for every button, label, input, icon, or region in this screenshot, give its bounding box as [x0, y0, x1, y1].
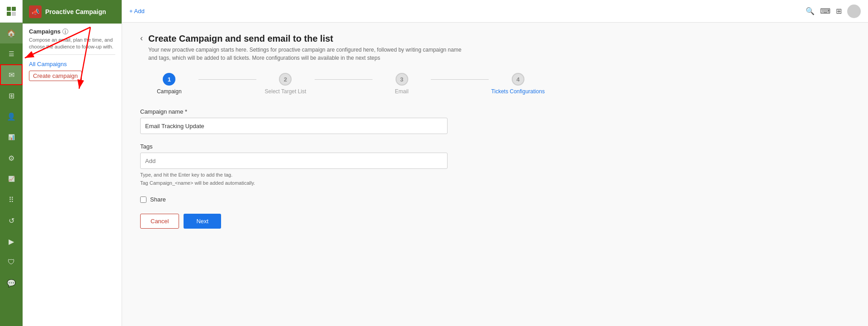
step-3-circle: 3: [396, 73, 408, 86]
steps-container: 1 Campaign 2 Select Target List 3 Email: [140, 73, 547, 95]
sidebar-item-contacts[interactable]: 👤: [0, 106, 23, 127]
sidebar-item-chat[interactable]: 💬: [0, 273, 23, 293]
sidebar-item-inbox[interactable]: ☰: [0, 43, 23, 64]
share-row: Share: [140, 196, 556, 203]
settings-icon: ⚙: [8, 154, 14, 163]
tags-hint: Type, and hit the Enter key to add the t…: [140, 171, 556, 187]
share-checkbox[interactable]: [140, 197, 146, 203]
step-3: 3 Email: [373, 73, 431, 95]
sidebar-item-grid[interactable]: ⊞: [0, 85, 23, 106]
step-1: 1 Campaign: [140, 73, 198, 95]
contacts-icon: 👤: [7, 112, 16, 121]
svg-rect-0: [7, 7, 11, 11]
refresh-icon: ↺: [9, 216, 14, 225]
back-button[interactable]: ‹: [140, 34, 143, 43]
campaign-name-label: Campaign name *: [140, 108, 556, 115]
shield-icon: 🛡: [8, 258, 15, 266]
email-icon: ✉: [9, 71, 14, 79]
grid-icon: ⊞: [9, 91, 14, 100]
step-line-3: [431, 79, 489, 80]
create-campaign-link[interactable]: Create campaign: [29, 71, 82, 81]
sidebar-item-settings[interactable]: ⚙: [0, 148, 23, 168]
page-subtitle: Your new proactive campaign starts here.…: [148, 46, 465, 62]
sidebar-item-apps[interactable]: ⠿: [0, 189, 23, 210]
info-icon: i: [62, 29, 68, 34]
video-icon: ▶: [9, 237, 14, 246]
all-campaigns-link[interactable]: All Campaigns: [29, 58, 115, 70]
analytics-icon: 📈: [8, 176, 15, 182]
step-4-circle: 4: [512, 73, 524, 86]
sidebar-item-email[interactable]: ✉: [0, 64, 23, 85]
next-button[interactable]: Next: [184, 214, 221, 229]
campaign-name-group: Campaign name *: [140, 108, 556, 134]
step-4-label: Tickets Configurations: [491, 88, 545, 95]
step-line-2: [315, 79, 373, 80]
cancel-button[interactable]: Cancel: [140, 214, 179, 229]
button-row: Cancel Next: [140, 214, 556, 229]
tags-label: Tags: [140, 143, 556, 150]
sidebar-description: Compose an email, plan the time, and cho…: [29, 37, 115, 51]
sidebar-item-analytics[interactable]: 📈: [0, 168, 23, 189]
sidebar-item-shield[interactable]: 🛡: [0, 252, 23, 273]
page-title: Create Campaign and send email to the li…: [148, 34, 465, 44]
sidebar-header: 📣 Proactive Campaign: [23, 0, 122, 24]
proactive-icon: 📣: [32, 8, 39, 15]
sidebar-item-home[interactable]: 🏠: [0, 23, 23, 43]
sidebar-title: Proactive Campaign: [45, 8, 106, 15]
layout-icon[interactable]: ⊞: [836, 7, 842, 15]
step-2: 2 Select Target List: [256, 73, 315, 95]
terminal-icon[interactable]: ⌨: [820, 7, 830, 15]
tags-input[interactable]: [140, 153, 448, 169]
step-1-label: Campaign: [157, 88, 182, 95]
reports-icon: 📊: [8, 134, 15, 140]
add-button[interactable]: + Add: [129, 8, 145, 14]
svg-rect-3: [12, 12, 16, 16]
tags-group: Tags Type, and hit the Enter key to add …: [140, 143, 556, 187]
search-icon[interactable]: 🔍: [806, 7, 815, 15]
sidebar-item-video[interactable]: ▶: [0, 231, 23, 252]
step-4: 4 Tickets Configurations: [489, 73, 547, 95]
sidebar-item-reports[interactable]: 📊: [0, 127, 23, 148]
svg-rect-1: [12, 7, 16, 11]
inbox-icon: ☰: [9, 50, 14, 58]
sidebar-section-title: Campaigns i: [29, 28, 115, 35]
svg-rect-2: [7, 12, 11, 16]
sidebar-item-refresh[interactable]: ↺: [0, 210, 23, 231]
campaign-name-input[interactable]: [140, 118, 448, 134]
sidebar-brand-icon: 📣: [29, 5, 42, 18]
app-logo-icon: [6, 6, 17, 17]
step-2-circle: 2: [279, 73, 292, 86]
top-header: + Add 🔍 ⌨ ⊞: [122, 0, 868, 23]
step-2-label: Select Target List: [265, 88, 307, 95]
step-1-circle: 1: [163, 73, 175, 86]
apps-icon: ⠿: [9, 196, 14, 204]
chat-icon: 💬: [7, 279, 16, 288]
user-avatar[interactable]: [847, 5, 861, 18]
step-line-1: [198, 79, 257, 80]
home-icon: 🏠: [7, 29, 16, 38]
step-3-label: Email: [395, 88, 409, 95]
share-label: Share: [150, 196, 166, 203]
